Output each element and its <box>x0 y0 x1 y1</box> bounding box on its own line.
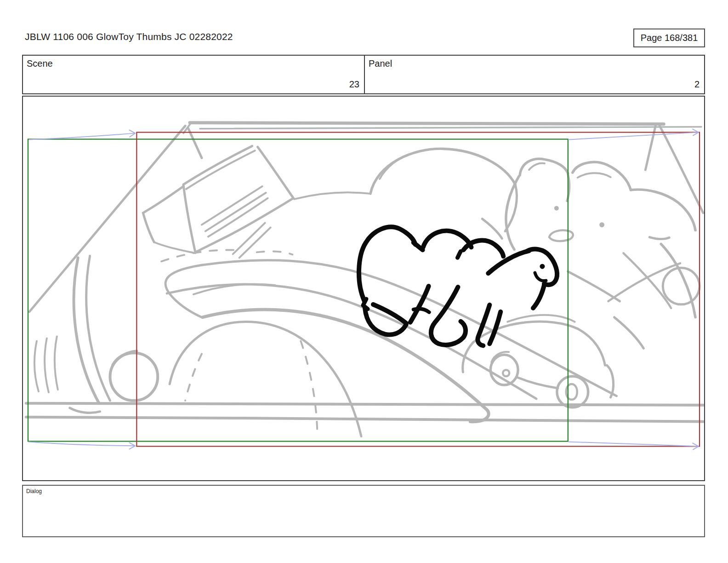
plush-toy-left <box>34 256 158 413</box>
camera-arrow-top-right <box>569 129 699 140</box>
page-title: JBLW 1106 006 GlowToy Thumbs JC 02282022 <box>25 31 233 42</box>
scene-number: 23 <box>349 79 359 90</box>
toy-box-edges <box>29 123 703 312</box>
glow-toy-lamb <box>359 227 557 345</box>
floor-lines <box>26 403 704 422</box>
toy-car <box>463 315 614 408</box>
camera-arrow-bottom-right <box>569 442 699 449</box>
teddy-bear-small <box>482 159 573 249</box>
panel-label: Panel <box>369 58 392 69</box>
camera-end-frame <box>136 132 700 447</box>
dialog-box: Dialog <box>22 485 705 537</box>
panel-cell: Panel 2 <box>365 56 704 93</box>
camera-arrow-top-left <box>29 130 135 140</box>
camera-arrow-bottom-left <box>28 442 135 449</box>
cushion-mound <box>370 149 517 231</box>
dialog-label: Dialog <box>26 488 42 494</box>
storyboard-panel <box>22 96 705 481</box>
teddy-bear-large <box>568 162 695 348</box>
ball-dome <box>161 250 361 436</box>
page-number-box: Page 168/381 <box>633 29 705 47</box>
scene-panel-row: Scene 23 Panel 2 <box>22 55 705 94</box>
page-number-label: Page 168/381 <box>641 33 698 43</box>
storyboard-page: JBLW 1106 006 GlowToy Thumbs JC 02282022… <box>0 0 728 563</box>
book <box>143 146 370 258</box>
scene-cell: Scene 23 <box>23 56 365 93</box>
sketch-svg <box>23 97 704 480</box>
scene-label: Scene <box>27 58 53 69</box>
panel-number: 2 <box>694 79 700 90</box>
